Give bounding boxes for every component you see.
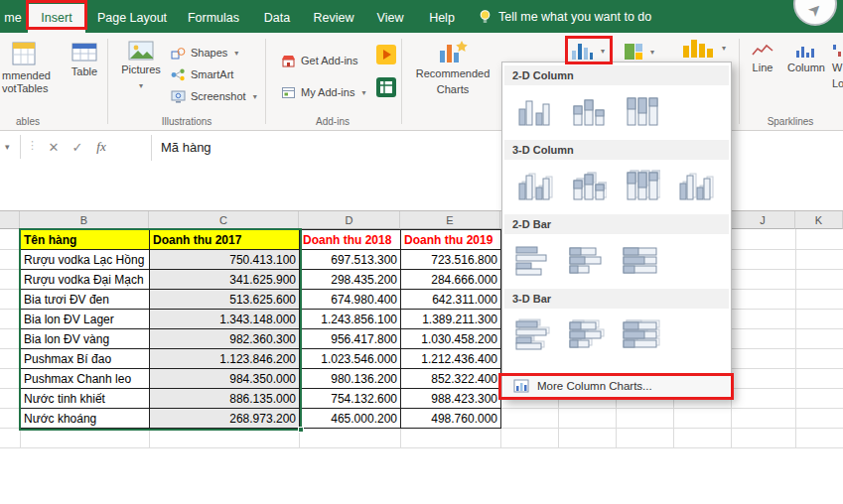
formula-bar-splitter[interactable]: ⋮ bbox=[27, 139, 38, 152]
sparkline-line-label: Line bbox=[753, 62, 773, 74]
formula-input[interactable]: Mã hàng bbox=[161, 140, 211, 155]
addin-shortcut-green[interactable] bbox=[375, 77, 397, 97]
cell-product-name[interactable]: Bia tươi ĐV đen bbox=[21, 290, 150, 310]
cell-revenue[interactable]: 886.135.000 bbox=[150, 389, 300, 409]
cell-product-name[interactable]: Rượu vodka Lạc Hồng bbox=[21, 250, 150, 270]
cell-revenue[interactable]: 268.973.200 bbox=[150, 409, 300, 429]
cell-revenue[interactable]: 697.513.300 bbox=[300, 250, 401, 270]
3d-clustered-column-thumbnail[interactable] bbox=[510, 166, 556, 205]
3d-100-stacked-bar-thumbnail[interactable] bbox=[618, 315, 663, 354]
sparkline-winloss-button[interactable]: W Lo bbox=[832, 43, 843, 90]
tell-me-box[interactable]: Tell me what you want to do bbox=[479, 0, 651, 33]
cell-revenue[interactable]: 341.625.900 bbox=[150, 270, 300, 290]
3d-stacked-bar-thumbnail[interactable] bbox=[564, 315, 610, 354]
cell-revenue[interactable]: 513.625.600 bbox=[150, 290, 300, 310]
column-header-e[interactable]: E bbox=[400, 211, 500, 229]
table-row: Bia lon ĐV Lager1.343.148.0001.243.856.1… bbox=[21, 310, 501, 329]
cell-revenue[interactable]: 642.311.000 bbox=[401, 290, 501, 310]
column-header-a[interactable] bbox=[0, 211, 20, 229]
get-addins-button[interactable]: Get Add-ins bbox=[281, 51, 357, 70]
screenshot-button[interactable]: Screenshot▾ bbox=[171, 86, 257, 106]
screenshot-label: Screenshot bbox=[191, 90, 246, 102]
cell-revenue[interactable]: 465.000.200 bbox=[300, 409, 401, 429]
pivottables-label-line2: votTables bbox=[2, 82, 62, 95]
column-header-b[interactable]: B bbox=[20, 211, 149, 229]
3d-clustered-bar-thumbnail[interactable] bbox=[510, 315, 556, 354]
tab-view[interactable]: View bbox=[367, 4, 413, 33]
3d-column-thumbnail[interactable] bbox=[671, 166, 717, 205]
column-header-k[interactable]: K bbox=[795, 211, 843, 229]
cell-revenue[interactable]: 982.360.300 bbox=[150, 329, 300, 349]
stacked-column-thumbnail[interactable] bbox=[564, 91, 610, 131]
table-button[interactable]: Table bbox=[64, 41, 105, 78]
column-header-j[interactable]: J bbox=[731, 211, 795, 229]
cell-revenue[interactable]: 1.023.546.000 bbox=[300, 349, 401, 369]
cell-revenue[interactable]: 980.136.200 bbox=[300, 369, 401, 389]
tab-page-layout[interactable]: Page Layout bbox=[91, 4, 173, 33]
100-stacked-column-thumbnail[interactable] bbox=[618, 91, 663, 131]
100-stacked-bar-thumbnail[interactable] bbox=[618, 240, 663, 280]
insert-column-chart-button[interactable]: ▾ bbox=[570, 41, 605, 61]
cell-revenue[interactable]: 284.666.000 bbox=[401, 270, 501, 290]
cell-revenue[interactable]: 1.343.148.000 bbox=[150, 310, 300, 329]
3d-stacked-column-thumbnail[interactable] bbox=[564, 166, 610, 205]
cell-product-name[interactable]: Nước tinh khiết bbox=[21, 389, 150, 409]
sparkline-column-button[interactable]: Column bbox=[784, 43, 828, 74]
tab-formulas[interactable]: Formulas bbox=[179, 4, 248, 33]
clustered-bar-thumbnail[interactable] bbox=[510, 240, 556, 280]
cell-revenue[interactable]: 1.123.846.200 bbox=[150, 349, 300, 369]
cell-revenue[interactable]: 852.322.400 bbox=[401, 369, 501, 389]
cell-revenue[interactable]: 1.389.211.300 bbox=[401, 310, 501, 329]
table-icon bbox=[71, 41, 97, 63]
tab-insert[interactable]: Insert bbox=[28, 4, 85, 33]
cell-revenue[interactable]: 1.243.856.100 bbox=[300, 310, 401, 329]
smartart-button[interactable]: SmartArt bbox=[171, 64, 233, 84]
recommended-pivottables-button[interactable]: mmended votTables bbox=[2, 41, 62, 95]
insert-hierarchy-chart-button[interactable]: ▾ bbox=[624, 42, 654, 62]
recommended-charts-button[interactable]: Recommended Charts bbox=[409, 39, 496, 96]
enter-button[interactable]: ✓ bbox=[68, 137, 87, 157]
column-header-c[interactable]: C bbox=[149, 211, 299, 229]
header-doanh-thu-2018[interactable]: Doanh thu 2018 bbox=[300, 230, 401, 250]
tab-data[interactable]: Data bbox=[254, 4, 300, 33]
cell-revenue[interactable]: 750.413.100 bbox=[150, 250, 300, 270]
name-box-arrow-icon[interactable]: ▾ bbox=[5, 142, 10, 152]
cell-revenue[interactable]: 723.516.800 bbox=[401, 250, 501, 270]
cell-revenue[interactable]: 1.030.458.200 bbox=[401, 329, 501, 349]
cell-product-name[interactable]: Pushmax Bí đao bbox=[21, 349, 150, 369]
tab-review[interactable]: Review bbox=[306, 4, 361, 33]
column-header-d[interactable]: D bbox=[299, 211, 400, 229]
cancel-button[interactable]: ✕ bbox=[44, 137, 64, 157]
header-ten-hang[interactable]: Tên hàng bbox=[21, 230, 150, 250]
cell-product-name[interactable]: Bia lon ĐV vàng bbox=[21, 329, 150, 349]
cell-revenue[interactable]: 956.417.800 bbox=[300, 329, 401, 349]
cell-revenue[interactable]: 984.350.000 bbox=[150, 369, 300, 389]
cell-product-name[interactable]: Bia lon ĐV Lager bbox=[21, 310, 150, 329]
cell-revenue[interactable]: 298.435.200 bbox=[300, 270, 401, 290]
3d-100-stacked-column-thumbnail[interactable] bbox=[618, 166, 663, 205]
insert-function-button[interactable]: fx bbox=[91, 137, 111, 157]
my-addins-button[interactable]: My Add-ins▾ bbox=[281, 82, 365, 102]
tab-help[interactable]: Help bbox=[419, 4, 465, 33]
cell-revenue[interactable]: 988.423.300 bbox=[401, 389, 501, 409]
cell-product-name[interactable]: Pushmax Chanh leo bbox=[21, 369, 150, 389]
cell-revenue[interactable]: 754.132.600 bbox=[300, 389, 401, 409]
header-doanh-thu-2019[interactable]: Doanh thu 2019 bbox=[401, 230, 501, 250]
clustered-column-thumbnail[interactable] bbox=[510, 91, 556, 131]
pictures-button[interactable]: Pictures ▾ bbox=[117, 41, 165, 92]
pivotchart-button[interactable]: ▾ bbox=[681, 38, 726, 58]
cell-revenue[interactable]: 674.980.400 bbox=[300, 290, 401, 310]
shapes-button[interactable]: Shapes▾ bbox=[171, 43, 238, 63]
menu-section-title: 3-D Column bbox=[504, 140, 729, 160]
cell-product-name[interactable]: Nước khoáng bbox=[21, 409, 150, 429]
stacked-bar-thumbnail[interactable] bbox=[564, 240, 610, 280]
sparkline-line-button[interactable]: Line bbox=[743, 43, 782, 74]
more-column-charts-item[interactable]: More Column Charts... bbox=[503, 373, 730, 397]
cell-product-name[interactable]: Rượu vodka Đại Mạch bbox=[21, 270, 150, 290]
header-doanh-thu-2017[interactable]: Doanh thu 2017 bbox=[150, 230, 300, 250]
cell-revenue[interactable]: 498.760.000 bbox=[401, 409, 501, 429]
cell-revenue[interactable]: 1.212.436.400 bbox=[401, 349, 501, 369]
sparkline-winloss-icon bbox=[832, 43, 843, 59]
tab-home[interactable]: me bbox=[0, 4, 26, 33]
addin-shortcut-orange[interactable] bbox=[375, 45, 397, 64]
